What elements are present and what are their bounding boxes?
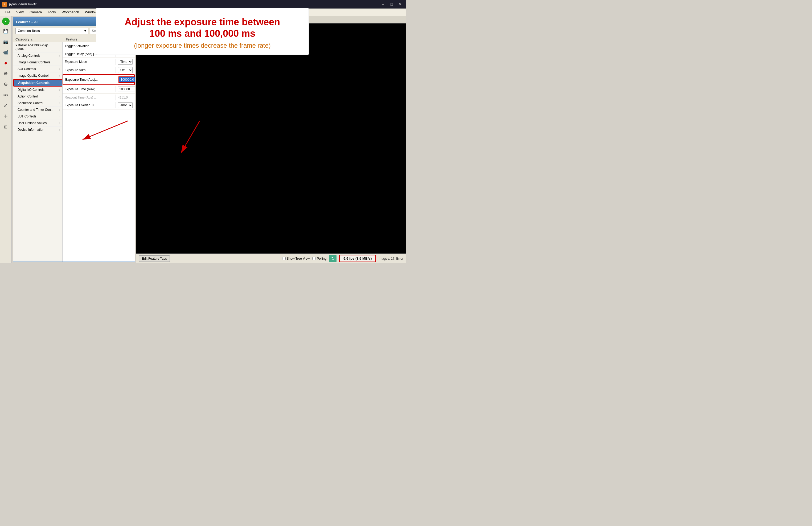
polling-checkbox[interactable] bbox=[312, 257, 316, 260]
tree-item-device-info[interactable]: Device Information › bbox=[13, 127, 62, 133]
feature-value[interactable]: Off bbox=[116, 66, 135, 74]
table-row: Exposure Overlap Ti... <not available> bbox=[62, 101, 135, 110]
video-button[interactable]: 📹 bbox=[1, 47, 11, 57]
camera-tab-bar: Basler acA1300-75gc (23043318) ✕ bbox=[136, 16, 406, 24]
menu-help[interactable]: Help bbox=[100, 9, 113, 15]
camera-button[interactable]: 📷 bbox=[1, 37, 11, 46]
feature-value[interactable]: <not available> bbox=[116, 101, 135, 109]
camera-tab-close[interactable]: ✕ bbox=[189, 17, 193, 22]
save-button[interactable]: 💾 bbox=[1, 26, 11, 36]
tree-item-image-quality[interactable]: Image Quality Control › bbox=[13, 72, 62, 79]
chevron-right-icon: › bbox=[59, 74, 60, 77]
trigger-activation-select[interactable]: Rising Edge bbox=[118, 43, 133, 49]
features-toolbar: Common Tasks ▾ 🔍 bbox=[13, 26, 135, 36]
features-pin-button[interactable]: ◈ bbox=[113, 19, 118, 25]
menu-window[interactable]: Window bbox=[82, 9, 100, 15]
tree-item-image-format[interactable]: Image Format Controls › bbox=[13, 59, 62, 66]
tree-item-sequence[interactable]: Sequence Control › bbox=[13, 100, 62, 106]
tree-item-lut[interactable]: LUT Controls › bbox=[13, 113, 62, 120]
feature-name: Trigger Activation bbox=[62, 43, 116, 49]
chevron-right-icon: › bbox=[59, 109, 60, 111]
tree-item-user-defined[interactable]: User Defined Values › bbox=[13, 120, 62, 127]
category-tree: ▾ Basler acA1300-75gc (2304... Analog Co… bbox=[13, 42, 62, 261]
category-col-header: Category bbox=[15, 38, 29, 41]
menu-file[interactable]: File bbox=[2, 9, 13, 15]
minimize-button[interactable]: − bbox=[379, 1, 387, 7]
camera-tab-label: Basler acA1300-75gc (23043318) bbox=[140, 18, 188, 22]
search-input[interactable] bbox=[92, 29, 126, 33]
features-float-button[interactable]: ⊡ bbox=[119, 19, 125, 25]
show-tree-view-label[interactable]: Show Tree View bbox=[282, 257, 310, 260]
zoom-in-button[interactable]: ⊕ bbox=[1, 69, 11, 78]
exposure-time-abs-input[interactable] bbox=[118, 76, 135, 83]
tree-item-action[interactable]: Action Control › bbox=[13, 93, 62, 100]
exposure-time-abs-row: Exposure Time (Abs)... bbox=[62, 74, 135, 85]
close-button[interactable]: ✕ bbox=[396, 1, 404, 7]
exposure-auto-select[interactable]: Off bbox=[118, 67, 133, 73]
menu-camera[interactable]: Camera bbox=[27, 9, 44, 15]
show-tree-view-checkbox[interactable] bbox=[282, 257, 286, 260]
grid-button[interactable]: ⊞ bbox=[1, 122, 11, 131]
exposure-mode-select[interactable]: Timed bbox=[118, 59, 133, 65]
category-sort-arrow: ▲ bbox=[30, 38, 33, 41]
features-panel: Features – All ◈ ⊡ ✕ Common Tasks ▾ 🔍 bbox=[13, 17, 135, 262]
feature-name: Trigger Delay (Abs) [... bbox=[62, 51, 116, 57]
features-close-button[interactable]: ✕ bbox=[126, 19, 132, 25]
chevron-right-icon: › bbox=[59, 54, 60, 57]
menu-tools[interactable]: Tools bbox=[45, 9, 58, 15]
feature-name: Exposure Overlap Ti... bbox=[62, 102, 116, 108]
features-header: Features – All ◈ ⊡ ✕ bbox=[13, 17, 135, 26]
menu-bar: File View Camera Tools Workbench Window … bbox=[0, 9, 406, 16]
tree-item-acquisition[interactable]: Acquisition Controls › bbox=[13, 79, 62, 87]
camera-tab[interactable]: Basler acA1300-75gc (23043318) ✕ bbox=[136, 16, 198, 23]
table-row: Exposure Time (Raw) ▲ ▼ bbox=[62, 85, 135, 94]
column-headers: Category ▲ Feature Value ▲ bbox=[13, 36, 135, 42]
feature-name: Exposure Auto bbox=[62, 67, 116, 73]
bottom-bar: Edit Feature Tabs Show Tree View Polling… bbox=[136, 254, 406, 263]
feature-name: Exposure Time (Abs)... bbox=[63, 77, 116, 83]
app-title: pylon Viewer 64-Bit bbox=[9, 2, 37, 6]
table-row: Trigger Activation Rising Edge bbox=[62, 42, 135, 50]
fps-badge: 9.9 fps (3.5 MB/s) bbox=[339, 255, 376, 262]
tree-item-aoi[interactable]: AOI Controls › bbox=[13, 66, 62, 72]
refresh-button[interactable]: ↻ bbox=[329, 255, 336, 262]
zoom-100-button[interactable]: 100 bbox=[1, 90, 11, 100]
record-button[interactable]: ● bbox=[1, 58, 11, 68]
table-row: Exposure Auto Off bbox=[62, 66, 135, 74]
table-row: Readout Time (Abs) ... 4151.0 bbox=[62, 94, 135, 101]
feature-value[interactable]: Timed bbox=[116, 58, 135, 66]
fit-button[interactable]: ⤢ bbox=[1, 101, 11, 110]
search-box[interactable]: 🔍 bbox=[90, 28, 133, 34]
feature-value[interactable]: Rising Edge bbox=[116, 42, 135, 50]
exposure-time-raw-input[interactable] bbox=[118, 87, 135, 92]
chevron-right-icon: › bbox=[59, 61, 60, 64]
tree-item-digital-io[interactable]: Digital I/O Controls › bbox=[13, 87, 62, 93]
value-sort-arrow: ▲ bbox=[118, 38, 120, 41]
value-col-header: Value bbox=[108, 38, 117, 41]
feature-value[interactable]: ▲ ▼ bbox=[116, 85, 135, 94]
tree-item-counter-timer[interactable]: Counter and Timer Con... › bbox=[13, 106, 62, 113]
exposure-overlap-select[interactable]: <not available> bbox=[118, 102, 133, 108]
crosshair-button[interactable]: ✛ bbox=[1, 111, 11, 121]
edit-feature-tabs-button[interactable]: Edit Feature Tabs bbox=[139, 255, 170, 262]
feature-name: Exposure Time (Raw) bbox=[62, 86, 116, 92]
table-row: Trigger Delay (Abs) [... 0.0 bbox=[62, 50, 135, 58]
menu-view[interactable]: View bbox=[14, 9, 26, 15]
chevron-right-icon: › bbox=[59, 88, 60, 91]
common-tasks-dropdown[interactable]: Common Tasks ▾ bbox=[15, 28, 88, 34]
zoom-out-button[interactable]: ⊖ bbox=[1, 80, 11, 89]
chevron-right-icon: › bbox=[59, 102, 60, 105]
maximize-button[interactable]: □ bbox=[388, 1, 395, 7]
connection-status-button[interactable]: ● bbox=[2, 17, 10, 25]
feature-name: Exposure Mode bbox=[62, 59, 116, 65]
polling-label[interactable]: Polling bbox=[312, 257, 327, 260]
feature-col-header: Feature bbox=[66, 38, 77, 41]
menu-workbench[interactable]: Workbench bbox=[59, 9, 82, 15]
chevron-right-icon: › bbox=[59, 68, 60, 71]
left-toolbar: ● 💾 📷 📹 ● ⊕ ⊖ 100 ⤢ ✛ ⊞ bbox=[0, 16, 12, 263]
feature-value: 0.0 bbox=[116, 51, 135, 57]
feature-value[interactable] bbox=[116, 75, 135, 84]
tree-root-item[interactable]: ▾ Basler acA1300-75gc (2304... bbox=[13, 42, 62, 53]
tree-item-analog[interactable]: Analog Controls › bbox=[13, 53, 62, 59]
camera-view bbox=[136, 24, 406, 254]
